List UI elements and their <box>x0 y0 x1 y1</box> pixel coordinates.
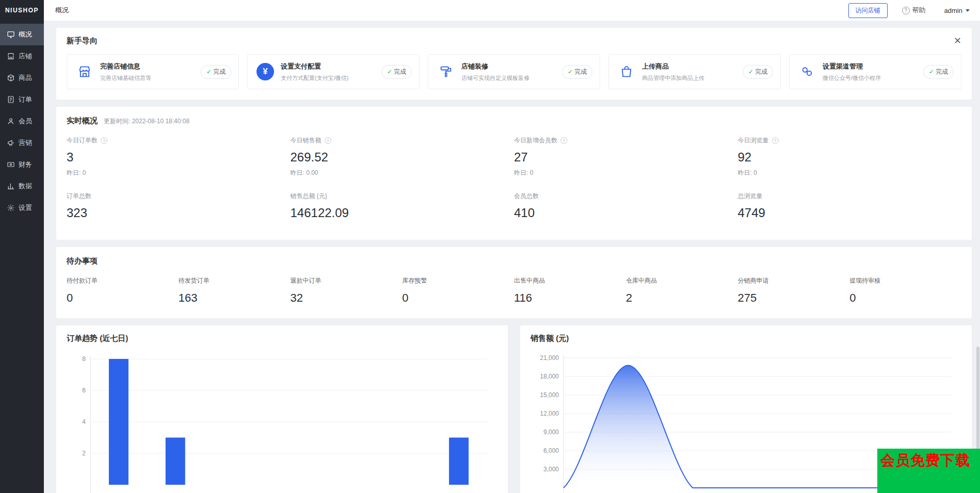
guide-card-decorate[interactable]: 店铺装修 店铺可实现自定义模板装修 ✓完成 <box>428 54 600 89</box>
svg-text:9,000: 9,000 <box>543 429 559 436</box>
data-icon <box>7 182 15 190</box>
guide-card-desc: 商品管理中添加商品上传 <box>642 74 704 82</box>
stat-label: 总浏览量 <box>738 192 763 201</box>
svg-text:6,000: 6,000 <box>543 447 559 454</box>
todo-item-withdraw-review[interactable]: 提现待审核 0 <box>849 276 961 305</box>
svg-text:15,000: 15,000 <box>540 391 559 399</box>
help-menu[interactable]: ? 帮助 <box>902 6 926 15</box>
sidebar-item-members[interactable]: 会员 <box>0 110 44 132</box>
stat-label: 销售总额 (元) <box>291 192 327 201</box>
todo-item-in-warehouse[interactable]: 仓库中商品 2 <box>626 276 738 305</box>
member-download-watermark: 会员免费下载 <box>877 449 980 493</box>
close-icon[interactable]: ✕ <box>954 36 961 45</box>
todo-item-pending-payment[interactable]: 待付款订单 0 <box>67 276 179 305</box>
visit-shop-button[interactable]: 访问店铺 <box>848 3 888 18</box>
sidebar-item-orders[interactable]: 订单 <box>0 89 44 110</box>
order-trend-chart: 8642 <box>67 351 497 493</box>
question-icon[interactable]: ? <box>560 137 567 144</box>
todo-item-on-sale[interactable]: 出售中商品 116 <box>514 276 626 305</box>
stat-yesterday: 昨日: 0.00 <box>291 169 515 177</box>
guide-done-button[interactable]: ✓完成 <box>201 65 231 79</box>
app-logo: NIUSHOP <box>0 0 44 21</box>
sidebar-item-label: 财务 <box>19 160 32 169</box>
stat-label: 今日浏览量 <box>738 136 769 145</box>
stat-total-orders: 订单总数 323 <box>67 192 291 224</box>
stat-today-views: 今日浏览量? 92 昨日: 0 <box>738 136 962 177</box>
sidebar-item-label: 营销 <box>19 138 32 147</box>
sidebar-item-finance[interactable]: 财务 <box>0 154 44 175</box>
stat-value: 269.52 <box>291 150 515 165</box>
question-icon[interactable]: ? <box>325 137 331 144</box>
storefront-icon <box>74 61 95 82</box>
payment-icon: ¥ <box>256 63 274 80</box>
shop-icon <box>7 52 15 60</box>
chevron-down-icon <box>966 9 970 12</box>
order-trend-card: 订单趋势 (近七日) 8642 <box>56 325 508 493</box>
help-icon: ? <box>902 7 910 14</box>
guide-done-button[interactable]: ✓完成 <box>923 65 954 79</box>
settings-icon <box>7 204 15 212</box>
sales-chart-title: 销售额 (元) <box>531 334 569 342</box>
sidebar-item-goods[interactable]: 商品 <box>0 67 44 89</box>
guide-card-title: 设置渠道管理 <box>823 62 881 71</box>
stat-value: 410 <box>514 206 738 220</box>
question-icon[interactable]: ? <box>772 137 779 144</box>
stat-value: 323 <box>67 206 291 220</box>
sidebar-menu: 概况 店铺 商品 订单 会员 营销 财务 数据 <box>0 21 44 219</box>
guide-card-title: 完善店铺信息 <box>100 62 151 71</box>
page-content: 新手导向 ✕ 完善店铺信息 完善店铺基础信息等 ✓完成 ¥ 设置支付配置 支付 <box>44 21 980 493</box>
todo-title: 待办事项 <box>67 256 98 265</box>
stat-value: 4749 <box>738 206 962 220</box>
guide-card-desc: 店铺可实现自定义模板装修 <box>461 74 529 82</box>
guide-done-button[interactable]: ✓完成 <box>562 65 592 79</box>
guide-card-shop-info[interactable]: 完善店铺信息 完善店铺基础信息等 ✓完成 <box>67 54 239 89</box>
guide-card-channel[interactable]: 设置渠道管理 微信公众号/微信小程序 ✓完成 <box>789 54 961 89</box>
stat-label: 会员总数 <box>514 192 539 201</box>
todo-item-stock-warning[interactable]: 库存预警 0 <box>402 276 514 305</box>
sidebar-item-data[interactable]: 数据 <box>0 175 44 197</box>
channel-icon <box>797 61 817 82</box>
watermark-text: 会员免费下载 <box>880 452 970 468</box>
sidebar-item-label: 商品 <box>19 73 32 83</box>
help-label: 帮助 <box>912 6 926 15</box>
guide-done-button[interactable]: ✓完成 <box>743 65 773 79</box>
sidebar-item-settings[interactable]: 设置 <box>0 197 44 219</box>
user-dropdown[interactable]: admin <box>944 7 970 14</box>
upload-goods-icon <box>616 61 637 82</box>
sidebar-item-label: 订单 <box>19 95 32 104</box>
stat-today-orders: 今日订单数? 3 昨日: 0 <box>67 136 291 177</box>
svg-text:2: 2 <box>82 450 86 457</box>
guide-card-desc: 微信公众号/微信小程序 <box>823 74 881 82</box>
guide-card-payment[interactable]: ¥ 设置支付配置 支付方式配置(支付宝/微信) ✓完成 <box>247 54 420 89</box>
check-icon: ✓ <box>568 68 573 75</box>
stat-today-sales: 今日销售额? 269.52 昨日: 0.00 <box>291 136 515 177</box>
decorate-icon <box>436 61 456 82</box>
sidebar-item-shop[interactable]: 店铺 <box>0 45 44 67</box>
svg-text:8: 8 <box>82 355 86 363</box>
guide-card-upload-goods[interactable]: 上传商品 商品管理中添加商品上传 ✓完成 <box>608 54 781 89</box>
question-icon[interactable]: ? <box>101 137 107 144</box>
overview-icon <box>7 30 15 39</box>
realtime-title: 实时概况 <box>67 116 98 126</box>
sidebar-item-label: 数据 <box>19 182 32 191</box>
stat-total-sales: 销售总额 (元) 146122.09 <box>291 192 515 224</box>
check-icon: ✓ <box>387 68 392 75</box>
sidebar-item-marketing[interactable]: 营销 <box>0 132 44 154</box>
guide-done-button[interactable]: ✓完成 <box>381 65 412 79</box>
todo-card: 待办事项 待付款订单 0 待发货订单 163 退款中订单 32 库存预警 0 <box>56 247 972 318</box>
todo-item-distributor-apply[interactable]: 分销商申请 275 <box>738 276 850 305</box>
stat-today-new-members: 今日新增会员数? 27 昨日: 0 <box>514 136 738 177</box>
finance-icon <box>7 160 15 169</box>
guide-card-title: 上传商品 <box>642 62 704 71</box>
orders-icon <box>7 95 15 104</box>
sidebar-item-label: 设置 <box>19 203 32 212</box>
sidebar-item-label: 概况 <box>19 30 32 39</box>
stat-label: 今日新增会员数 <box>514 136 557 145</box>
stat-yesterday: 昨日: 0 <box>514 169 738 177</box>
sidebar-item-overview[interactable]: 概况 <box>0 24 44 45</box>
stat-total-views: 总浏览量 4749 <box>738 192 962 224</box>
stat-label: 今日销售额 <box>291 136 322 145</box>
todo-item-pending-shipment[interactable]: 待发货订单 163 <box>179 276 291 305</box>
newbie-guide-card: 新手导向 ✕ 完善店铺信息 完善店铺基础信息等 ✓完成 ¥ 设置支付配置 支付 <box>56 28 972 100</box>
todo-item-refunding[interactable]: 退款中订单 32 <box>291 276 403 305</box>
